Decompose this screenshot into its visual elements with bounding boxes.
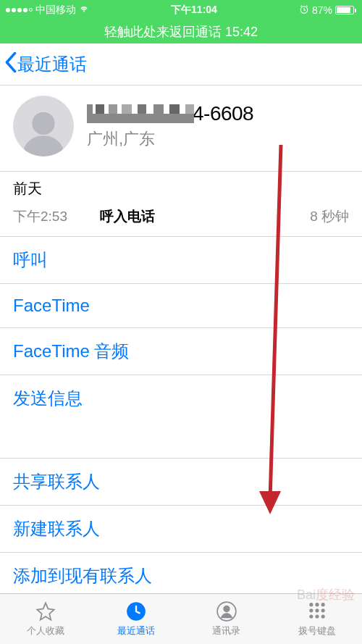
phone-number: 4-6608 — [87, 102, 349, 125]
signal-dots-icon — [6, 8, 33, 12]
return-banner-label: 轻触此处来返回通话 15:42 — [104, 23, 258, 41]
clock-icon — [125, 601, 147, 622]
status-bar: 中国移动 下午11:04 87% — [0, 0, 362, 20]
tab-favorites[interactable]: 个人收藏 — [0, 594, 90, 644]
tab-bar: 个人收藏 最近通话 通讯录 拨号键盘 — [0, 593, 362, 644]
svg-point-11 — [309, 614, 313, 618]
svg-point-5 — [309, 603, 313, 606]
tab-label: 拨号键盘 — [298, 624, 336, 637]
svg-point-1 — [32, 112, 54, 135]
svg-point-10 — [321, 609, 324, 612]
action-send-message[interactable]: 发送信息 — [0, 375, 362, 422]
action-facetime-audio[interactable]: FaceTime 音频 — [0, 328, 362, 375]
battery-pct: 87% — [312, 4, 332, 16]
call-duration: 8 秒钟 — [310, 207, 349, 226]
status-right: 87% — [299, 4, 356, 17]
battery-icon — [335, 6, 356, 14]
keypad-icon — [306, 601, 328, 622]
call-history-row: 下午2:53 呼入电话 8 秒钟 — [0, 203, 362, 237]
status-time: 下午11:04 — [89, 4, 299, 17]
contact-icon — [216, 601, 237, 622]
back-label: 最近通话 — [17, 53, 87, 76]
status-left: 中国移动 — [6, 4, 89, 17]
alarm-icon — [299, 4, 309, 17]
action-create-contact[interactable]: 新建联系人 — [0, 506, 362, 553]
action-call[interactable]: 呼叫 — [0, 237, 362, 284]
phone-redacted — [87, 104, 194, 123]
carrier-label: 中国移动 — [35, 4, 76, 17]
action-facetime[interactable]: FaceTime — [0, 284, 362, 328]
tab-label: 最近通话 — [117, 624, 155, 637]
svg-point-9 — [315, 609, 319, 612]
tab-keypad[interactable]: 拨号键盘 — [272, 594, 362, 644]
contact-header: 4-6608 广州,广东 — [0, 85, 362, 171]
back-button[interactable]: 最近通话 — [4, 52, 87, 77]
day-label: 前天 — [0, 171, 362, 203]
phone-suffix: 4-6608 — [193, 102, 253, 125]
tab-recents[interactable]: 最近通话 — [90, 594, 181, 644]
tab-contacts[interactable]: 通讯录 — [181, 594, 272, 644]
return-to-call-banner[interactable]: 轻触此处来返回通话 15:42 — [0, 20, 362, 43]
contact-info: 4-6608 广州,广东 — [87, 102, 349, 150]
chevron-left-icon — [4, 52, 17, 77]
call-type: 呼入电话 — [100, 207, 310, 226]
svg-point-4 — [223, 606, 230, 612]
contact-location: 广州,广东 — [87, 128, 349, 150]
star-icon — [35, 601, 56, 622]
nav-bar: 最近通话 — [0, 43, 362, 85]
svg-point-7 — [321, 603, 324, 606]
svg-point-12 — [315, 614, 319, 618]
action-share-contact[interactable]: 共享联系人 — [0, 458, 362, 506]
tab-label: 通讯录 — [212, 624, 240, 637]
svg-point-6 — [315, 603, 319, 606]
avatar — [13, 96, 74, 156]
wifi-icon — [79, 4, 89, 17]
svg-point-8 — [309, 609, 313, 612]
tab-label: 个人收藏 — [27, 624, 64, 637]
call-time: 下午2:53 — [13, 207, 100, 226]
svg-point-13 — [321, 614, 324, 618]
